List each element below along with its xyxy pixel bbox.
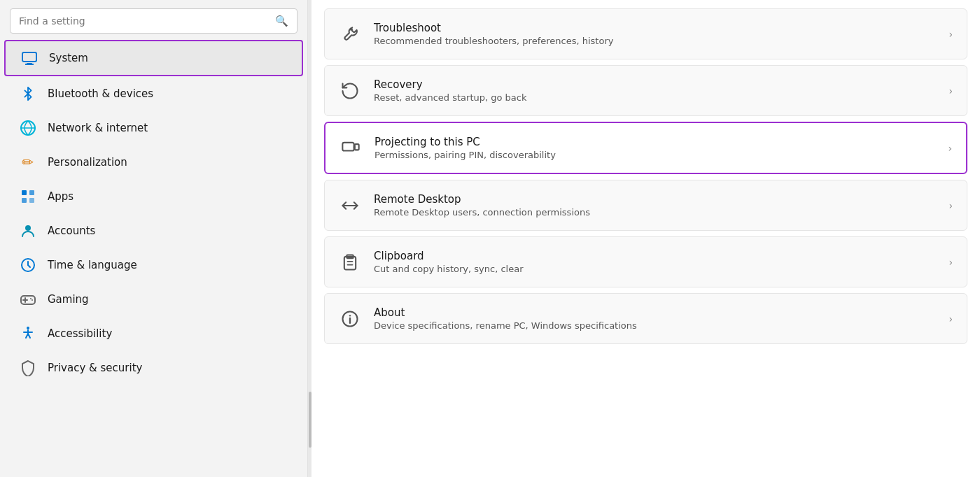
- remote-desktop-icon: [339, 194, 361, 217]
- accounts-icon: [18, 221, 38, 241]
- gaming-icon: [18, 290, 38, 309]
- svg-rect-15: [342, 142, 354, 150]
- svg-rect-3: [22, 190, 27, 195]
- troubleshoot-chevron: ›: [948, 29, 953, 40]
- projecting-chevron: ›: [948, 143, 952, 154]
- svg-point-12: [30, 298, 31, 299]
- accessibility-icon: [18, 324, 38, 343]
- clipboard-card[interactable]: Clipboard Cut and copy history, sync, cl…: [324, 236, 967, 287]
- sidebar: 🔍 System Bluetooth & devices: [0, 0, 308, 477]
- projecting-icon: [340, 137, 362, 159]
- clipboard-icon: [339, 251, 361, 273]
- projecting-card[interactable]: Projecting to this PC Permissions, pairi…: [324, 122, 967, 174]
- troubleshoot-card[interactable]: Troubleshoot Recommended troubleshooters…: [324, 8, 967, 59]
- svg-rect-5: [22, 198, 27, 203]
- remote-desktop-chevron: ›: [948, 200, 953, 211]
- svg-point-25: [349, 315, 351, 316]
- sidebar-item-apps[interactable]: Apps: [4, 180, 303, 213]
- svg-rect-6: [29, 198, 34, 203]
- sidebar-item-accessibility[interactable]: Accessibility: [4, 317, 303, 350]
- svg-rect-0: [22, 52, 36, 62]
- sidebar-item-personalization-label: Personalization: [48, 156, 127, 169]
- about-chevron: ›: [948, 313, 953, 325]
- svg-point-7: [25, 225, 31, 231]
- recovery-subtitle: Reset, advanced startup, go back: [374, 92, 936, 103]
- projecting-title: Projecting to this PC: [374, 136, 935, 148]
- about-title: About: [374, 306, 936, 319]
- network-icon: [18, 118, 38, 138]
- troubleshoot-icon: [339, 23, 361, 45]
- recovery-text: Recovery Reset, advanced startup, go bac…: [374, 78, 936, 103]
- search-input[interactable]: [19, 15, 270, 27]
- remote-desktop-card[interactable]: Remote Desktop Remote Desktop users, con…: [324, 180, 967, 231]
- sidebar-item-gaming-label: Gaming: [48, 293, 89, 306]
- recovery-title: Recovery: [374, 78, 936, 91]
- sidebar-item-network[interactable]: Network & internet: [4, 111, 303, 145]
- nav-list: System Bluetooth & devices Network & int…: [0, 39, 307, 477]
- clipboard-subtitle: Cut and copy history, sync, clear: [374, 264, 936, 274]
- search-bar[interactable]: 🔍: [10, 8, 298, 34]
- system-icon: [20, 48, 39, 68]
- sidebar-item-accounts[interactable]: Accounts: [4, 214, 303, 248]
- sidebar-item-privacy[interactable]: Privacy & security: [4, 351, 303, 385]
- troubleshoot-subtitle: Recommended troubleshooters, preferences…: [374, 36, 936, 46]
- about-subtitle: Device specifications, rename PC, Window…: [374, 320, 936, 331]
- recovery-icon: [339, 80, 361, 102]
- about-icon: [339, 308, 361, 330]
- projecting-subtitle: Permissions, pairing PIN, discoverabilit…: [374, 150, 935, 160]
- personalization-icon: ✏️: [18, 152, 38, 172]
- recovery-card[interactable]: Recovery Reset, advanced startup, go bac…: [324, 65, 967, 116]
- sidebar-item-personalization[interactable]: ✏️ Personalization: [4, 145, 303, 179]
- main-content: Troubleshoot Recommended troubleshooters…: [312, 0, 980, 477]
- about-text: About Device specifications, rename PC, …: [374, 306, 936, 331]
- sidebar-item-bluetooth[interactable]: Bluetooth & devices: [4, 77, 303, 111]
- sidebar-item-gaming[interactable]: Gaming: [4, 283, 303, 316]
- sidebar-item-time[interactable]: Time & language: [4, 248, 303, 282]
- sidebar-item-apps-label: Apps: [48, 190, 74, 203]
- sidebar-item-time-label: Time & language: [48, 259, 137, 271]
- remote-desktop-subtitle: Remote Desktop users, connection permiss…: [374, 207, 936, 218]
- svg-point-13: [31, 299, 33, 301]
- search-icon: 🔍: [275, 15, 288, 27]
- projecting-text: Projecting to this PC Permissions, pairi…: [374, 136, 935, 160]
- sidebar-item-system-label: System: [49, 52, 88, 64]
- sidebar-item-network-label: Network & internet: [48, 122, 148, 134]
- troubleshoot-text: Troubleshoot Recommended troubleshooters…: [374, 22, 936, 46]
- sidebar-item-accounts-label: Accounts: [48, 225, 95, 237]
- sidebar-item-privacy-label: Privacy & security: [48, 362, 142, 374]
- bluetooth-icon: [18, 84, 38, 104]
- svg-rect-4: [29, 190, 34, 195]
- time-icon: [18, 255, 38, 275]
- sidebar-item-system[interactable]: System: [4, 40, 303, 76]
- remote-desktop-title: Remote Desktop: [374, 193, 936, 206]
- apps-icon: [18, 187, 38, 206]
- clipboard-title: Clipboard: [374, 250, 936, 262]
- recovery-chevron: ›: [948, 85, 953, 97]
- sidebar-item-accessibility-label: Accessibility: [48, 327, 112, 340]
- troubleshoot-title: Troubleshoot: [374, 22, 936, 34]
- clipboard-text: Clipboard Cut and copy history, sync, cl…: [374, 250, 936, 274]
- svg-point-14: [27, 327, 29, 329]
- privacy-icon: [18, 358, 38, 378]
- clipboard-chevron: ›: [948, 257, 953, 268]
- about-card[interactable]: About Device specifications, rename PC, …: [324, 293, 967, 344]
- remote-desktop-text: Remote Desktop Remote Desktop users, con…: [374, 193, 936, 218]
- sidebar-item-bluetooth-label: Bluetooth & devices: [48, 87, 153, 100]
